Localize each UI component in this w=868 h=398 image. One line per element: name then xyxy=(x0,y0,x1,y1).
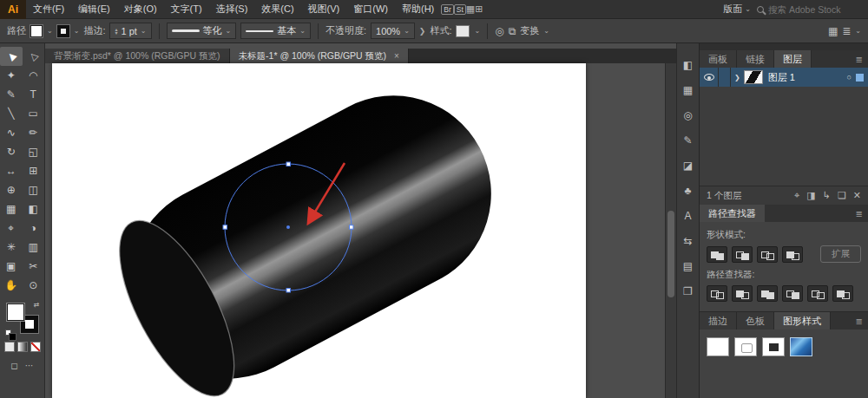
vertical-scrollbar[interactable] xyxy=(665,63,676,398)
arrange-documents-icon[interactable]: ▦ xyxy=(828,25,838,37)
transform-panel-icon[interactable]: ⇆ xyxy=(681,233,696,249)
anchor-point-left[interactable] xyxy=(223,225,227,230)
shape-properties-icon[interactable]: ◎ xyxy=(495,25,503,37)
chevron-down-icon[interactable]: ⌄ xyxy=(404,27,410,35)
artboard-tool[interactable]: ▣ xyxy=(0,257,23,276)
stepper-down-icon[interactable]: ▾ xyxy=(115,31,117,35)
menu-type[interactable]: 文字(T) xyxy=(164,3,209,16)
anchor-point-right[interactable] xyxy=(350,225,354,230)
menu-object[interactable]: 对象(O) xyxy=(117,3,164,16)
paintbrush-tool[interactable]: ∿ xyxy=(0,123,23,142)
new-layer-button[interactable]: ❏ xyxy=(838,190,846,201)
width-profile-dropdown[interactable]: 等化 ⌄ xyxy=(167,23,237,39)
slice-tool[interactable]: ✂ xyxy=(23,257,45,276)
expand-button[interactable]: 扩展 xyxy=(820,245,861,263)
minus-back-button[interactable] xyxy=(832,285,853,302)
edit-toolbar-icon[interactable]: ⋯ xyxy=(25,361,34,370)
libraries-panel-icon[interactable]: ❐ xyxy=(681,284,696,299)
eyedropper-tool[interactable]: ⌖ xyxy=(0,219,23,238)
menu-effect[interactable]: 效果(C) xyxy=(254,3,300,16)
target-circle-icon[interactable]: ○ xyxy=(847,73,852,82)
exclude-button[interactable] xyxy=(782,246,803,263)
width-tool[interactable]: ↔ xyxy=(0,161,23,180)
zoom-tool[interactable]: ⊙ xyxy=(23,276,45,295)
chevron-down-icon[interactable]: ⌄ xyxy=(543,27,549,35)
tab-graphic-styles[interactable]: 图形样式 xyxy=(774,312,831,329)
magic-wand-tool[interactable]: ✦ xyxy=(0,66,23,85)
style-chevron-icon[interactable]: ⌄ xyxy=(474,27,480,35)
make-clip-mask-button[interactable]: ◨ xyxy=(806,190,815,201)
arrange-documents-icon[interactable]: ▦ xyxy=(466,3,475,15)
blend-tool[interactable]: ◑ xyxy=(23,219,45,238)
outline-button[interactable] xyxy=(807,285,828,302)
screen-mode-button[interactable]: ◻ xyxy=(10,361,17,370)
stock-badge[interactable]: St xyxy=(454,4,466,15)
type-tool[interactable]: T xyxy=(23,85,45,104)
divide-button[interactable] xyxy=(707,285,727,302)
workspace-switcher[interactable]: 版面 ⌄ xyxy=(723,3,751,16)
panel-menu-icon[interactable]: ≣ xyxy=(851,50,868,68)
graphic-style-default[interactable] xyxy=(707,337,729,356)
stroke-weight-stepper[interactable]: ▴▾ xyxy=(115,28,117,35)
pencil-tool[interactable]: ✏ xyxy=(23,123,45,142)
fill-color-well[interactable] xyxy=(7,303,24,321)
scale-tool[interactable]: ◱ xyxy=(23,142,45,161)
locate-object-button[interactable]: ⌖ xyxy=(794,190,799,201)
graphic-style-2[interactable] xyxy=(734,337,757,356)
tab-stroke[interactable]: 描边 xyxy=(700,312,737,329)
rotate-tool[interactable]: ↻ xyxy=(0,142,23,161)
appearance-panel-icon[interactable]: ▤ xyxy=(681,258,696,274)
close-icon[interactable]: × xyxy=(394,51,399,61)
unite-button[interactable] xyxy=(707,246,727,263)
chevron-down-icon[interactable]: ⌄ xyxy=(299,27,306,35)
swatches-panel-icon[interactable]: ▦ xyxy=(681,82,696,98)
document-tab-background[interactable]: 背景渐变.psd* @ 100% (RGB/GPU 预览) xyxy=(45,49,230,63)
anchor-point-bottom[interactable] xyxy=(286,289,291,293)
none-mode-button[interactable] xyxy=(30,342,41,352)
adobe-stock-search-input[interactable] xyxy=(768,4,859,15)
shape-builder-tool[interactable]: ⊕ xyxy=(0,180,23,199)
canvas-area[interactable]: 背景渐变.psd* @ 100% (RGB/GPU 预览) 未标题-1* @ 1… xyxy=(45,43,676,398)
scrollbar-thumb[interactable] xyxy=(667,211,674,297)
symbols-panel-icon[interactable]: ♣ xyxy=(681,183,696,199)
align-icon[interactable]: ⧉ xyxy=(509,25,516,37)
minus-front-button[interactable] xyxy=(732,246,753,263)
perspective-grid-tool[interactable]: ◫ xyxy=(23,180,45,199)
chevron-down-icon[interactable]: ⌄ xyxy=(226,27,232,35)
menu-edit[interactable]: 编辑(E) xyxy=(71,3,117,16)
new-sublayer-button[interactable]: ↳ xyxy=(823,190,831,201)
symbol-sprayer-tool[interactable]: ✳ xyxy=(0,238,23,257)
rectangle-tool[interactable]: ▭ xyxy=(23,104,45,123)
chevron-down-icon[interactable]: ⌄ xyxy=(855,27,861,35)
selection-tool[interactable]: ▶ xyxy=(0,47,23,66)
menu-select[interactable]: 选择(S) xyxy=(209,3,255,16)
graphic-style-water[interactable] xyxy=(790,337,812,356)
menu-window[interactable]: 窗口(W) xyxy=(346,3,395,16)
opacity-field[interactable]: 100% ⌄ xyxy=(371,23,415,39)
layer-row[interactable]: ❯ 图层 1 ○ xyxy=(700,68,868,87)
style-swatch[interactable] xyxy=(456,25,470,37)
merge-button[interactable] xyxy=(757,285,778,302)
workspace-grid-icon[interactable]: ⊞ xyxy=(475,3,483,15)
fill-chevron-icon[interactable]: ⌄ xyxy=(47,27,53,35)
anchor-point-top[interactable] xyxy=(286,162,291,166)
stroke-weight-field[interactable]: ▴▾ 1 pt ⌄ xyxy=(109,23,151,39)
gradient-mode-button[interactable] xyxy=(17,342,28,352)
tab-links[interactable]: 链接 xyxy=(737,50,774,68)
panel-menu-icon[interactable]: ≣ xyxy=(851,312,868,329)
color-guide-panel-icon[interactable]: ◎ xyxy=(681,108,696,123)
tab-artboards[interactable]: 画板 xyxy=(700,50,737,68)
chevron-down-icon[interactable]: ⌄ xyxy=(141,27,147,35)
artboard[interactable] xyxy=(52,63,586,398)
swap-fill-stroke-icon[interactable]: ⇄ xyxy=(34,301,40,309)
pen-tool[interactable]: ✎ xyxy=(0,85,23,104)
delete-layer-button[interactable]: ✕ xyxy=(853,190,861,201)
menu-file[interactable]: 文件(F) xyxy=(26,3,71,16)
stroke-color-swatch[interactable] xyxy=(57,25,69,37)
line-segment-tool[interactable]: ╲ xyxy=(0,104,23,123)
tab-layers[interactable]: 图层 xyxy=(774,50,812,68)
brush-definition-dropdown[interactable]: 基本 ⌄ xyxy=(240,23,311,39)
color-panel-icon[interactable]: ◧ xyxy=(681,57,696,73)
layer-name[interactable]: 图层 1 xyxy=(768,71,847,84)
character-panel-icon[interactable]: A xyxy=(681,208,696,224)
